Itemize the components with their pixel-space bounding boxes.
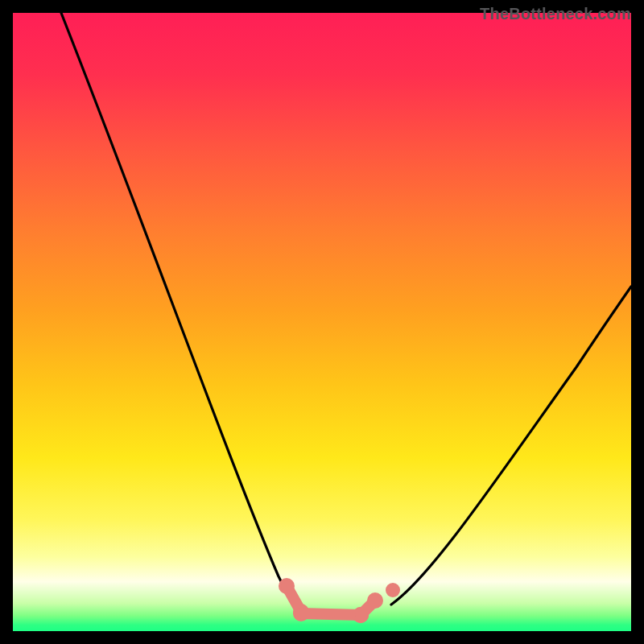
background-gradient	[13, 13, 631, 631]
watermark-text: TheBottleneck.com	[480, 5, 631, 23]
chart-svg	[13, 13, 631, 631]
chart-frame	[13, 13, 631, 631]
min-flat-seg	[301, 613, 361, 615]
min-right-dot	[386, 583, 400, 597]
